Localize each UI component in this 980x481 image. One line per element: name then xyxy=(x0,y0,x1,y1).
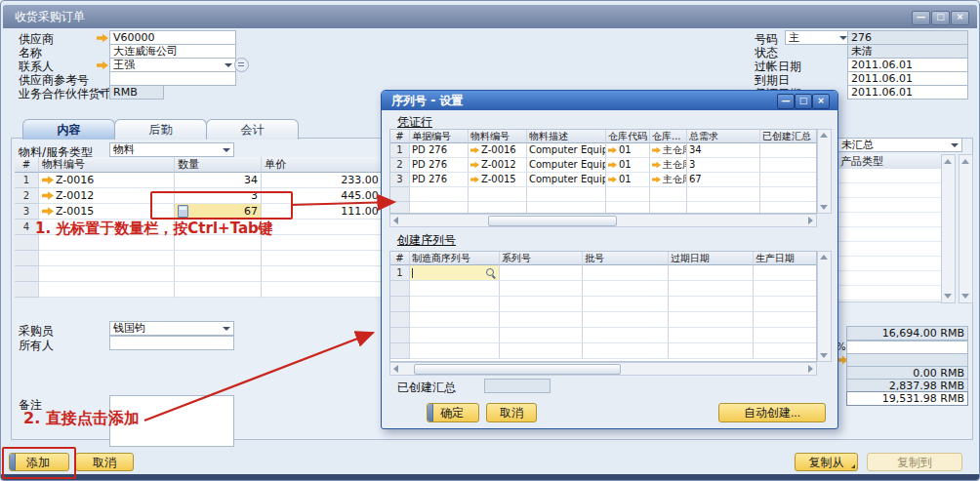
grid-cell[interactable] xyxy=(175,266,262,282)
grid-cell[interactable] xyxy=(650,187,687,202)
grid-cell-qty[interactable]: 3 xyxy=(175,188,262,204)
grid-cell[interactable] xyxy=(527,202,606,214)
link-arrow-icon[interactable] xyxy=(608,146,617,154)
grid-cell[interactable] xyxy=(410,202,469,214)
link-arrow-icon[interactable] xyxy=(652,161,661,169)
item-service-type-select[interactable]: 物料 xyxy=(109,142,234,157)
cell-total-needed[interactable]: 34 xyxy=(687,143,760,158)
magnifier-icon[interactable] xyxy=(486,268,494,276)
row-header[interactable]: 1 xyxy=(390,143,410,158)
cell-wh-name[interactable]: 主仓库 xyxy=(650,143,687,158)
product-type-scrollbar[interactable] xyxy=(941,154,956,303)
row-header[interactable] xyxy=(390,281,410,297)
cell-desc[interactable]: Computer Equipmen xyxy=(527,173,606,187)
cell-desc[interactable]: Computer Equipmen xyxy=(527,158,606,173)
scroll-down-icon[interactable] xyxy=(961,294,969,299)
ok-button[interactable]: 确定 xyxy=(427,403,479,422)
grid-cell-serial[interactable] xyxy=(500,265,583,281)
cell-item[interactable]: Z-0012 xyxy=(469,158,527,173)
link-arrow-icon[interactable] xyxy=(97,33,108,43)
close-icon[interactable]: × xyxy=(951,11,969,25)
grid-cell[interactable] xyxy=(410,281,500,297)
tab-logistics[interactable]: 后勤 xyxy=(114,119,207,140)
grid-cell[interactable] xyxy=(410,312,500,328)
calculator-icon[interactable] xyxy=(178,205,188,218)
due-date-field[interactable]: 2011.06.01 xyxy=(847,71,968,86)
cell-total-needed[interactable]: 67 xyxy=(687,173,760,187)
row-header[interactable] xyxy=(390,202,410,214)
grid-cell-qty[interactable]: 34 xyxy=(175,173,262,188)
summary-type-select[interactable]: 未汇总 xyxy=(837,138,962,152)
row-header[interactable]: 3 xyxy=(15,204,39,220)
grid-cell[interactable] xyxy=(754,328,817,343)
row-header[interactable] xyxy=(15,282,39,298)
link-arrow-icon[interactable] xyxy=(97,60,108,70)
owner-field[interactable] xyxy=(109,336,234,350)
create-serials-hscrollbar[interactable] xyxy=(389,362,817,376)
link-arrow-icon[interactable] xyxy=(470,176,479,183)
grid-cell-batch[interactable] xyxy=(583,265,669,281)
dropdown-arrow-icon[interactable] xyxy=(839,36,847,40)
cell-wh-code[interactable]: 01 xyxy=(606,143,650,158)
grid-cell[interactable] xyxy=(410,297,500,312)
grid-cell[interactable] xyxy=(650,202,687,214)
cancel-button[interactable]: 取消 xyxy=(75,453,134,471)
link-arrow-icon[interactable] xyxy=(470,161,479,169)
create-serials-vscrollbar[interactable] xyxy=(817,251,832,362)
scroll-left-icon[interactable] xyxy=(393,217,398,224)
minimize-icon[interactable]: — xyxy=(912,11,930,25)
row-header[interactable] xyxy=(15,251,39,266)
row-header[interactable] xyxy=(390,343,410,359)
row-header[interactable] xyxy=(15,266,39,282)
scroll-up-icon[interactable] xyxy=(820,133,828,138)
scroll-down-icon[interactable] xyxy=(820,205,828,210)
grid-cell-qty-focused[interactable]: 67 xyxy=(175,204,262,220)
grid-cell[interactable] xyxy=(39,266,175,282)
link-arrow-icon[interactable] xyxy=(42,191,54,201)
contact-select[interactable]: 王强 xyxy=(109,58,236,72)
grid-cell[interactable] xyxy=(500,343,583,359)
grid-cell[interactable] xyxy=(583,312,669,328)
grid-cell-item[interactable]: Z-0015 xyxy=(39,204,175,220)
restore-icon[interactable]: □ xyxy=(795,94,812,109)
cell-item[interactable]: Z-0015 xyxy=(469,173,527,187)
grid-cell[interactable] xyxy=(687,202,760,214)
scroll-right-icon[interactable] xyxy=(808,365,813,373)
row-header[interactable] xyxy=(390,187,410,202)
link-arrow-icon[interactable] xyxy=(42,207,54,217)
grid-cell[interactable] xyxy=(500,281,583,297)
cell-desc[interactable]: Computer Equipmen xyxy=(527,143,606,158)
grid-cell[interactable] xyxy=(583,328,669,343)
grid-cell-item[interactable]: Z-0016 xyxy=(39,173,175,188)
grid-cell[interactable] xyxy=(469,187,527,202)
dropdown-arrow-icon[interactable] xyxy=(223,327,230,331)
grid-cell[interactable] xyxy=(669,281,754,297)
dropdown-arrow-icon[interactable] xyxy=(951,143,959,147)
cell-wh-name[interactable]: 主仓库 xyxy=(650,173,687,187)
scroll-up-icon[interactable] xyxy=(944,159,952,164)
copy-from-button[interactable]: 复制从 xyxy=(795,453,858,471)
cell-item[interactable]: Z-0016 xyxy=(469,143,527,158)
dropdown-arrow-icon[interactable] xyxy=(223,148,230,152)
vendor-ref-field[interactable] xyxy=(109,71,236,86)
dropdown-arrow-icon[interactable] xyxy=(225,63,232,67)
row-header[interactable]: 1 xyxy=(390,265,410,281)
cell-created[interactable] xyxy=(760,143,817,158)
auto-create-button[interactable]: 自动创建... xyxy=(718,403,826,422)
cell-total-needed[interactable]: 3 xyxy=(687,158,760,173)
grid-cell[interactable] xyxy=(500,312,583,328)
scroll-down-icon[interactable] xyxy=(944,294,952,299)
contact-details-icon[interactable] xyxy=(234,58,249,72)
minimize-icon[interactable]: — xyxy=(777,94,795,109)
grid-cell-item[interactable]: Z-0012 xyxy=(39,188,175,204)
scroll-up-icon[interactable] xyxy=(961,159,969,164)
grid-cell-expiry[interactable] xyxy=(669,265,754,281)
grid-cell[interactable] xyxy=(410,343,500,359)
grid-cell[interactable] xyxy=(669,297,754,312)
tab-accounting[interactable]: 会计 xyxy=(206,119,299,140)
grid-cell[interactable] xyxy=(469,202,527,214)
scrollbar-thumb[interactable] xyxy=(488,216,617,226)
grid-cell[interactable] xyxy=(760,202,817,214)
doc-lines-hscrollbar[interactable] xyxy=(389,214,817,227)
link-arrow-icon[interactable] xyxy=(470,146,479,154)
